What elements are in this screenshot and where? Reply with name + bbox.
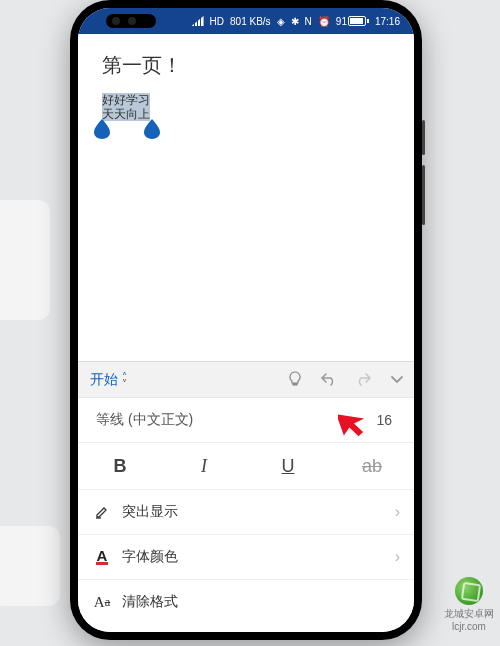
selected-text[interactable]: 好好学习 天天向上 — [102, 93, 150, 121]
font-color-icon: A — [92, 547, 112, 567]
ribbon-tab-home[interactable]: 开始 ˄˅ — [78, 371, 139, 389]
battery-pct: 91 — [336, 16, 347, 27]
style-buttons-row: B I U ab — [78, 443, 414, 490]
chevron-right-icon: › — [395, 548, 400, 566]
selection-handle-end[interactable] — [144, 119, 160, 139]
phone-screen: HD 801 KB/s ◈ ✱ N ⏰ 91 17:16 第一页！ 好好学习 天… — [78, 8, 414, 632]
tell-me-icon[interactable] — [278, 371, 312, 390]
underline-button[interactable]: U — [246, 456, 330, 477]
clear-format-row[interactable]: Aa 清除格式 — [78, 580, 414, 624]
font-color-row[interactable]: A 字体颜色 › — [78, 535, 414, 580]
text-selection[interactable]: 好好学习 天天向上 — [102, 93, 150, 121]
clear-format-icon: Aa — [92, 592, 112, 612]
bold-button[interactable]: B — [78, 456, 162, 477]
expand-icon: ˄˅ — [122, 373, 127, 387]
battery-icon: 91 — [336, 16, 369, 27]
status-hd: HD — [210, 16, 224, 27]
strikethrough-button[interactable]: ab — [330, 456, 414, 477]
highlight-icon — [92, 502, 112, 522]
watermark-logo — [455, 577, 483, 605]
highlight-row[interactable]: 突出显示 › — [78, 490, 414, 535]
font-color-label: 字体颜色 — [122, 548, 385, 566]
selection-handle-start[interactable] — [94, 119, 110, 139]
status-bt: ✱ — [291, 16, 299, 27]
desk-prop — [0, 200, 50, 320]
front-camera-cutout — [106, 14, 156, 28]
redo-button[interactable] — [346, 371, 380, 390]
volume-button — [422, 120, 425, 155]
italic-button[interactable]: I — [162, 456, 246, 477]
phone-frame: HD 801 KB/s ◈ ✱ N ⏰ 91 17:16 第一页！ 好好学习 天… — [70, 0, 422, 640]
status-net-speed: 801 KB/s — [230, 16, 271, 27]
page-title[interactable]: 第一页！ — [102, 52, 390, 79]
desk-prop — [0, 526, 60, 606]
format-panel: 等线 (中文正文) 16 B I U ab 突出显示 › A 字体颜色 › — [78, 397, 414, 632]
ribbon-tab-label: 开始 — [90, 371, 118, 389]
power-button — [422, 165, 425, 225]
watermark-line1: 龙城安卓网 — [444, 607, 494, 621]
document-canvas[interactable]: 第一页！ 好好学习 天天向上 — [78, 34, 414, 372]
font-size: 16 — [376, 412, 392, 428]
collapse-panel-button[interactable] — [380, 372, 414, 389]
font-picker-row[interactable]: 等线 (中文正文) 16 — [78, 398, 414, 443]
alarm-icon: ⏰ — [318, 16, 330, 27]
clear-format-label: 清除格式 — [122, 593, 400, 611]
watermark-line2: lcjr.com — [452, 621, 486, 632]
ribbon-toolbar: 开始 ˄˅ — [78, 361, 414, 398]
signal-icon — [192, 16, 204, 26]
chevron-right-icon: › — [395, 503, 400, 521]
wifi-icon: ◈ — [277, 16, 285, 27]
undo-button[interactable] — [312, 371, 346, 390]
status-time: 17:16 — [375, 16, 400, 27]
highlight-label: 突出显示 — [122, 503, 385, 521]
nfc-icon: N — [305, 16, 312, 27]
font-name: 等线 (中文正文) — [96, 411, 376, 429]
watermark: 龙城安卓网 lcjr.com — [444, 577, 494, 632]
